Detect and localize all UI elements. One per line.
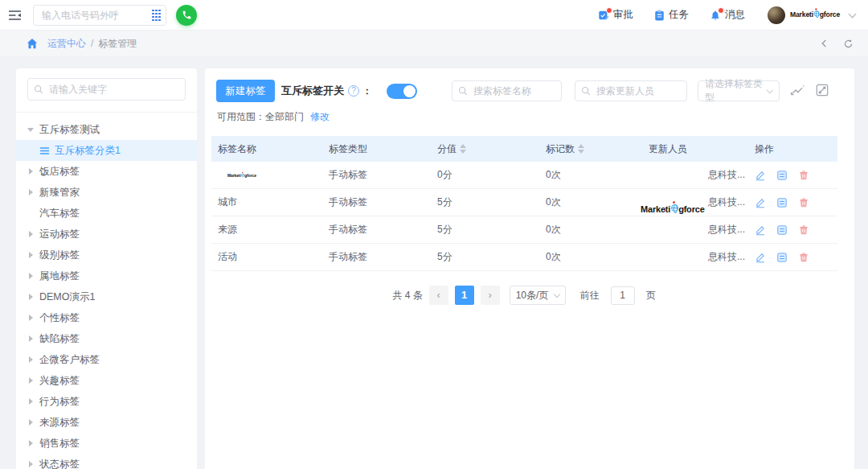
detail-icon[interactable] <box>776 224 788 236</box>
table-header: 标签名称标签类型分值标记数更新人员操作 <box>211 136 837 162</box>
sidebar-item-label: 属地标签 <box>39 269 80 283</box>
sidebar-item[interactable]: 缺陷标签 <box>16 328 197 349</box>
caret-down-icon[interactable] <box>26 128 35 132</box>
sort-icon[interactable] <box>460 144 466 154</box>
sidebar-item-label: 运动标签 <box>39 228 80 241</box>
user-search-input[interactable] <box>575 80 687 101</box>
cell-tag-type: 手动标签 <box>322 168 431 182</box>
caret-right-icon[interactable] <box>26 377 35 384</box>
home-icon[interactable] <box>27 38 38 49</box>
detail-icon[interactable] <box>776 197 788 208</box>
cell-tag-type: 手动标签 <box>322 195 431 209</box>
sidebar-search-input[interactable] <box>27 78 186 101</box>
mutex-toggle[interactable] <box>387 84 417 99</box>
sidebar-search-field <box>27 78 186 101</box>
sidebar-item[interactable]: 级别标签 <box>16 245 197 265</box>
nav-task-label: 任务 <box>669 8 689 22</box>
sort-icon[interactable] <box>578 144 584 154</box>
search-icon <box>458 86 468 98</box>
caret-right-icon[interactable] <box>26 273 35 279</box>
cell-operations <box>748 224 837 236</box>
detail-icon[interactable] <box>776 170 788 181</box>
goto-label: 前往 <box>580 289 600 302</box>
edit-icon[interactable] <box>755 224 766 236</box>
sidebar-item[interactable]: 互斥标签分类1 <box>16 140 197 161</box>
tag-search-input[interactable] <box>452 80 562 101</box>
caret-right-icon[interactable] <box>26 419 35 426</box>
column-header[interactable]: 分值 <box>431 142 539 156</box>
caret-right-icon[interactable] <box>26 252 35 258</box>
tag-name-logo: Marketigforce <box>227 170 256 181</box>
account-menu[interactable]: Marketigforce <box>768 6 855 24</box>
table-row: Marketigforce手动标签0分0次息科技... <box>211 162 837 189</box>
sidebar-item[interactable]: DEMO演示1 <box>16 286 197 307</box>
caret-right-icon[interactable] <box>26 294 35 300</box>
sidebar-item[interactable]: 行为标签 <box>16 391 197 412</box>
new-tag-button[interactable]: 新建标签 <box>216 80 275 102</box>
sidebar-item[interactable]: 新臻管家 <box>16 182 197 203</box>
dialpad-icon[interactable] <box>152 10 161 21</box>
modify-link[interactable]: 修改 <box>310 111 330 122</box>
sidebar-item[interactable]: 兴趣标签 <box>16 370 197 391</box>
column-header: 更新人员 <box>642 142 748 156</box>
page-size-value: 10条/页 <box>516 289 549 302</box>
delete-icon[interactable] <box>798 170 809 181</box>
pagination: 共 4 条 ‹ 1 › 10条/页 前往 页 <box>205 286 843 305</box>
sidebar-item[interactable]: 企微客户标签 <box>16 349 197 370</box>
sidebar-item[interactable]: 销售标签 <box>16 433 197 454</box>
page-size-select[interactable]: 10条/页 <box>510 286 566 305</box>
edit-icon[interactable] <box>755 197 766 208</box>
user-search-field <box>575 80 687 101</box>
expand-icon[interactable] <box>816 84 829 97</box>
sidebar-item[interactable]: 来源标签 <box>16 412 197 433</box>
help-icon[interactable]: ? <box>348 85 359 97</box>
caret-right-icon[interactable] <box>26 440 35 446</box>
page-1-button[interactable]: 1 <box>455 286 474 305</box>
refresh-icon[interactable] <box>843 39 854 49</box>
sidebar-item[interactable]: 属地标签 <box>16 265 197 286</box>
tag-search-field <box>452 80 562 101</box>
breadcrumb-link[interactable]: 运营中心 <box>47 37 86 51</box>
caret-right-icon[interactable] <box>26 231 35 237</box>
edit-icon[interactable] <box>755 170 766 181</box>
nav-message-label: 消息 <box>725 8 745 22</box>
sidebar-item[interactable]: 状态标签 <box>16 454 197 469</box>
nav-approval[interactable]: 审批 <box>598 8 633 22</box>
prev-page-button[interactable]: ‹ <box>429 286 448 305</box>
avatar <box>768 6 785 24</box>
sidebar-item-label: 个性标签 <box>39 311 80 325</box>
caret-right-icon[interactable] <box>26 356 35 363</box>
sidebar-item[interactable]: 汽车标签 <box>16 203 197 224</box>
scope-label: 可用范围：全部部门 <box>217 111 304 122</box>
colon: ： <box>362 84 372 98</box>
menu-fold-icon[interactable] <box>8 10 22 21</box>
sidebar-item[interactable]: 饭店标签 <box>16 161 197 182</box>
call-button[interactable] <box>176 5 197 26</box>
delete-icon[interactable] <box>798 252 809 263</box>
cell-tag-type: 手动标签 <box>322 223 431 237</box>
sidebar-item[interactable]: 互斥标签测试 <box>16 119 197 140</box>
column-header: 标签类型 <box>322 142 431 156</box>
detail-icon[interactable] <box>776 252 788 263</box>
caret-right-icon[interactable] <box>26 461 35 467</box>
column-header[interactable]: 标记数 <box>539 142 642 156</box>
phone-input[interactable] <box>33 5 166 26</box>
next-page-button[interactable]: › <box>481 286 500 305</box>
tag-type-select[interactable]: 请选择标签类型 <box>698 80 780 101</box>
nav-message[interactable]: 消息 <box>710 8 745 22</box>
sidebar-item[interactable]: 运动标签 <box>16 224 197 245</box>
delete-icon[interactable] <box>798 197 809 208</box>
back-icon[interactable] <box>820 39 829 48</box>
edit-icon[interactable] <box>755 252 766 263</box>
chart-icon[interactable] <box>790 84 805 96</box>
caret-right-icon[interactable] <box>26 315 35 321</box>
goto-page-input[interactable] <box>611 286 635 305</box>
caret-right-icon[interactable] <box>26 168 35 175</box>
sidebar-item[interactable]: 个性标签 <box>16 307 197 328</box>
nav-task[interactable]: 任务 <box>654 8 689 22</box>
caret-right-icon[interactable] <box>26 398 35 405</box>
mutex-switch-row: 互斥标签开关 ? ： <box>281 80 417 102</box>
delete-icon[interactable] <box>798 224 809 236</box>
caret-right-icon[interactable] <box>26 189 35 195</box>
caret-right-icon[interactable] <box>26 335 35 342</box>
